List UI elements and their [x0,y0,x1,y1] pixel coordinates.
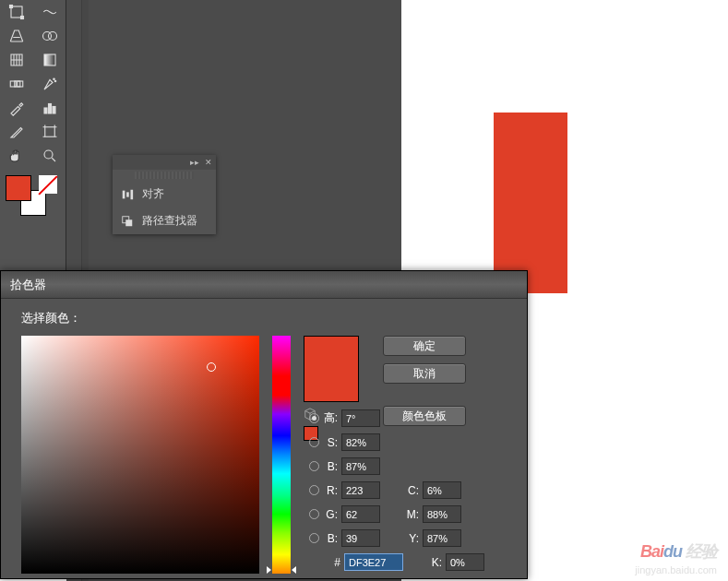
radio-g[interactable] [309,509,319,519]
radio-b-hsb[interactable] [309,461,319,471]
label-s: S: [323,436,338,449]
align-label: 对齐 [142,186,164,202]
color-fields: 高: S: B: R: C: [309,409,505,577]
saturation-value-field[interactable] [21,336,259,574]
svg-rect-20 [125,219,132,226]
panel-item-align[interactable]: 对齐 [113,181,216,208]
svg-rect-5 [44,54,55,65]
tool-shape-builder[interactable] [33,24,66,48]
panel-item-pathfinder[interactable]: 路径查找器 [113,208,216,234]
svg-rect-13 [53,107,55,114]
color-preview [304,336,359,402]
label-h: 高: [323,410,338,426]
tool-mesh[interactable] [0,48,33,72]
input-r[interactable] [341,481,380,499]
svg-rect-1 [10,6,13,8]
dialog-title[interactable]: 拾色器 [1,271,527,299]
tool-hand[interactable] [0,144,33,168]
label-m: M: [404,508,419,521]
radio-b-rgb[interactable] [309,533,319,543]
tool-column-graph[interactable] [33,96,66,120]
tool-free-transform[interactable] [0,0,33,24]
label-y: Y: [404,532,419,545]
svg-rect-2 [21,17,24,19]
pathfinder-label: 路径查找器 [142,213,197,229]
radio-s[interactable] [309,437,319,447]
input-c[interactable] [423,481,461,499]
panel-collapse-icon[interactable]: ▸▸ [190,158,199,167]
pathfinder-icon [120,215,135,228]
tool-width[interactable] [33,0,66,24]
svg-rect-12 [49,104,52,114]
color-picker-dialog: 拾色器 选择颜色： 确定 取消 颜色色板 [0,270,528,579]
svg-rect-14 [45,127,55,137]
tool-symbol-sprayer[interactable] [33,72,66,96]
input-h[interactable] [341,409,380,427]
svg-point-15 [44,150,53,159]
label-r: R: [323,484,338,497]
tool-blend[interactable] [0,72,33,96]
label-g: G: [323,508,338,521]
input-hex[interactable] [344,553,403,571]
radio-r[interactable] [309,485,319,495]
input-s[interactable] [341,433,380,451]
none-swatch[interactable] [39,175,57,194]
svg-rect-16 [123,190,125,198]
label-b-rgb: B: [323,532,338,545]
svg-point-4 [49,32,57,41]
tool-gradient[interactable] [33,48,66,72]
radio-h[interactable] [309,413,319,423]
tool-eyedropper[interactable] [0,96,33,120]
select-color-label: 选择颜色： [21,310,507,326]
svg-rect-11 [44,108,47,113]
toolbar [0,0,66,277]
align-icon [120,188,135,201]
svg-rect-6 [10,81,16,87]
sv-cursor[interactable] [207,362,216,372]
label-c: C: [404,484,419,497]
color-swatches [0,172,66,227]
ok-button[interactable]: 确定 [383,336,466,356]
input-k[interactable] [446,553,484,571]
label-b-hsb: B: [323,460,338,473]
tool-slice[interactable] [0,120,33,144]
panel-grip[interactable] [135,172,194,179]
input-b-rgb[interactable] [341,529,380,547]
input-g[interactable] [341,505,380,523]
canvas-rectangle[interactable] [494,113,567,293]
panel-close-icon[interactable]: ✕ [205,158,212,167]
input-b-hsb[interactable] [341,457,380,475]
tool-artboard[interactable] [33,120,66,144]
svg-rect-18 [131,189,134,199]
svg-point-10 [54,80,56,82]
label-hex: # [326,556,340,569]
align-pathfinder-panel: ▸▸ ✕ 对齐 路径查找器 [113,155,216,234]
panel-header[interactable]: ▸▸ ✕ [113,155,216,170]
tool-perspective[interactable] [0,24,33,48]
watermark-logo: Baidu 经验 [640,540,717,563]
input-y[interactable] [423,529,461,547]
watermark: Baidu 经验 jingyan.baidu.com [635,540,717,575]
cancel-button[interactable]: 取消 [383,363,466,384]
tool-zoom[interactable] [33,144,66,168]
hue-slider[interactable] [272,336,291,574]
svg-rect-17 [126,192,129,196]
label-k: K: [427,556,442,569]
watermark-url: jingyan.baidu.com [635,564,717,575]
input-m[interactable] [423,505,461,523]
foreground-swatch[interactable] [6,175,31,201]
svg-point-9 [54,78,55,80]
